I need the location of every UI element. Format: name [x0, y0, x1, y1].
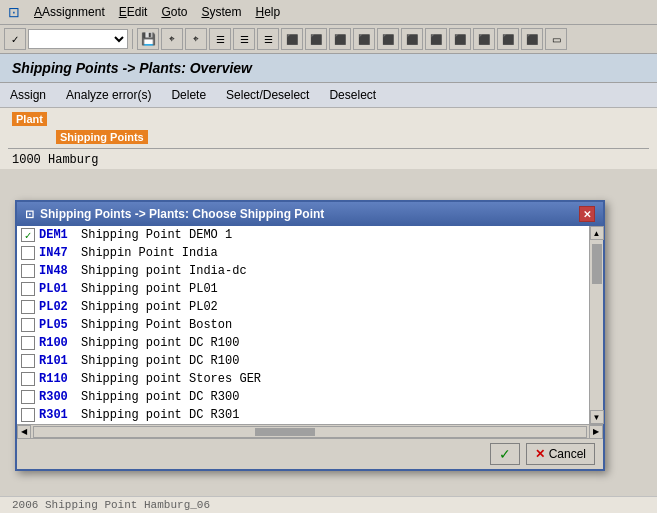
toolbar-btn-12[interactable]: ⬛ — [401, 28, 423, 50]
toolbar-btn-10[interactable]: ⬛ — [353, 28, 375, 50]
menu-edit[interactable]: EEdit — [113, 3, 154, 21]
list-item[interactable]: PL02Shipping point PL02 — [17, 298, 589, 316]
list-checkbox[interactable] — [21, 246, 35, 260]
toolbar-btn-14[interactable]: ⬛ — [449, 28, 471, 50]
dialog-title-bar: ⊡ Shipping Points -> Plants: Choose Ship… — [17, 202, 603, 226]
action-assign[interactable]: Assign — [8, 87, 48, 103]
horizontal-scrollbar[interactable]: ◀ ▶ — [17, 424, 603, 438]
toolbar-separator-1 — [132, 29, 133, 49]
col-divider — [8, 148, 649, 149]
vertical-scrollbar[interactable]: ▲ ▼ — [589, 226, 603, 424]
action-select-deselect[interactable]: Select/Deselect — [224, 87, 311, 103]
list-checkbox[interactable] — [21, 318, 35, 332]
list-checkbox[interactable] — [21, 390, 35, 404]
list-item[interactable]: PL05Shipping Point Boston — [17, 316, 589, 334]
toolbar: ✓ 💾 ⌖ ⌖ ☰ ☰ ☰ ⬛ ⬛ ⬛ ⬛ ⬛ ⬛ ⬛ ⬛ ⬛ ⬛ ⬛ ▭ — [0, 25, 657, 54]
list-item[interactable]: R100Shipping point DC R100 — [17, 334, 589, 352]
list-checkbox[interactable] — [21, 282, 35, 296]
item-desc: Shipping point PL02 — [81, 300, 218, 314]
toolbar-btn-7[interactable]: ⬛ — [281, 28, 303, 50]
toolbar-back-btn[interactable]: ✓ — [4, 28, 26, 50]
toolbar-save-btn[interactable]: 💾 — [137, 28, 159, 50]
h-scroll-track[interactable] — [33, 426, 587, 438]
list-checkbox[interactable] — [21, 264, 35, 278]
checkmark-icon: ✓ — [25, 229, 32, 242]
toolbar-btn-13[interactable]: ⬛ — [425, 28, 447, 50]
list-checkbox[interactable] — [21, 354, 35, 368]
toolbar-btn-8[interactable]: ⬛ — [305, 28, 327, 50]
dialog-footer: ✓ ✕ Cancel — [17, 438, 603, 469]
list-checkbox[interactable]: ✓ — [21, 228, 35, 242]
h-scroll-thumb[interactable] — [255, 428, 315, 436]
shipping-point-dialog: ⊡ Shipping Points -> Plants: Choose Ship… — [15, 200, 605, 471]
dialog-icon: ⊡ — [25, 208, 34, 221]
ok-button[interactable]: ✓ — [490, 443, 520, 465]
toolbar-command-field[interactable] — [28, 29, 128, 49]
ok-checkmark-icon: ✓ — [499, 446, 511, 462]
item-code: R100 — [39, 336, 77, 350]
toolbar-btn-15[interactable]: ⬛ — [473, 28, 495, 50]
list-content: ✓DEM1Shipping Point DEMO 1IN47Shippin Po… — [17, 226, 589, 424]
toolbar-btn-9[interactable]: ⬛ — [329, 28, 351, 50]
action-analyze[interactable]: Analyze error(s) — [64, 87, 153, 103]
list-item[interactable]: PL01Shipping point PL01 — [17, 280, 589, 298]
item-desc: Shippin Point India — [81, 246, 218, 260]
toolbar-btn-4[interactable]: ☰ — [209, 28, 231, 50]
item-code: DEM1 — [39, 228, 77, 242]
scroll-track[interactable] — [591, 240, 603, 410]
item-desc: Shipping point DC R300 — [81, 390, 239, 404]
list-item[interactable]: IN48Shipping point India-dc — [17, 262, 589, 280]
item-desc: Shipping point India-dc — [81, 264, 247, 278]
sap-logo-icon: ⊡ — [6, 4, 22, 20]
toolbar-btn-2[interactable]: ⌖ — [161, 28, 183, 50]
column-headers: Plant Shipping Points — [0, 108, 657, 146]
action-toolbar: Assign Analyze error(s) Delete Select/De… — [0, 83, 657, 108]
plant-row: 1000 Hamburg — [0, 151, 657, 169]
toolbar-btn-16[interactable]: ⬛ — [497, 28, 519, 50]
item-code: PL05 — [39, 318, 77, 332]
list-checkbox[interactable] — [21, 408, 35, 422]
list-item[interactable]: IN47Shippin Point India — [17, 244, 589, 262]
list-item[interactable]: R301Shipping point DC R301 — [17, 406, 589, 424]
action-delete[interactable]: Delete — [169, 87, 208, 103]
list-item[interactable]: ✓DEM1Shipping Point DEMO 1 — [17, 226, 589, 244]
list-checkbox[interactable] — [21, 372, 35, 386]
item-desc: Shipping point DC R301 — [81, 408, 239, 422]
dialog-close-button[interactable]: ✕ — [579, 206, 595, 222]
toolbar-btn-17[interactable]: ⬛ — [521, 28, 543, 50]
cancel-label: Cancel — [549, 447, 586, 461]
list-items-container: ✓DEM1Shipping Point DEMO 1IN47Shippin Po… — [17, 226, 589, 424]
toolbar-btn-6[interactable]: ☰ — [257, 28, 279, 50]
page-title: Shipping Points -> Plants: Overview — [12, 60, 252, 76]
item-code: PL01 — [39, 282, 77, 296]
item-desc: Shipping point PL01 — [81, 282, 218, 296]
toolbar-monitor-btn[interactable]: ▭ — [545, 28, 567, 50]
scroll-up-btn[interactable]: ▲ — [590, 226, 604, 240]
item-desc: Shipping point DC R100 — [81, 336, 239, 350]
item-code: IN48 — [39, 264, 77, 278]
toolbar-btn-3[interactable]: ⌖ — [185, 28, 207, 50]
toolbar-btn-11[interactable]: ⬛ — [377, 28, 399, 50]
list-item[interactable]: R300Shipping point DC R300 — [17, 388, 589, 406]
list-item[interactable]: R101Shipping point DC R100 — [17, 352, 589, 370]
item-code: R301 — [39, 408, 77, 422]
menu-system[interactable]: System — [195, 3, 247, 21]
scroll-thumb[interactable] — [592, 244, 602, 284]
list-checkbox[interactable] — [21, 300, 35, 314]
dialog-title: Shipping Points -> Plants: Choose Shippi… — [40, 207, 324, 221]
list-checkbox[interactable] — [21, 336, 35, 350]
item-code: IN47 — [39, 246, 77, 260]
main-area: Shipping Points -> Plants: Overview Assi… — [0, 54, 657, 169]
menu-assignment[interactable]: AAssignment — [28, 3, 111, 21]
toolbar-btn-5[interactable]: ☰ — [233, 28, 255, 50]
menu-help[interactable]: Help — [249, 3, 286, 21]
list-area: ✓DEM1Shipping Point DEMO 1IN47Shippin Po… — [17, 226, 603, 424]
list-item[interactable]: R110Shipping point Stores GER — [17, 370, 589, 388]
h-scroll-right-btn[interactable]: ▶ — [589, 425, 603, 439]
menu-goto[interactable]: Goto — [155, 3, 193, 21]
page-title-bar: Shipping Points -> Plants: Overview — [0, 54, 657, 83]
cancel-button[interactable]: ✕ Cancel — [526, 443, 595, 465]
scroll-down-btn[interactable]: ▼ — [590, 410, 604, 424]
action-deselect[interactable]: Deselect — [327, 87, 378, 103]
h-scroll-left-btn[interactable]: ◀ — [17, 425, 31, 439]
